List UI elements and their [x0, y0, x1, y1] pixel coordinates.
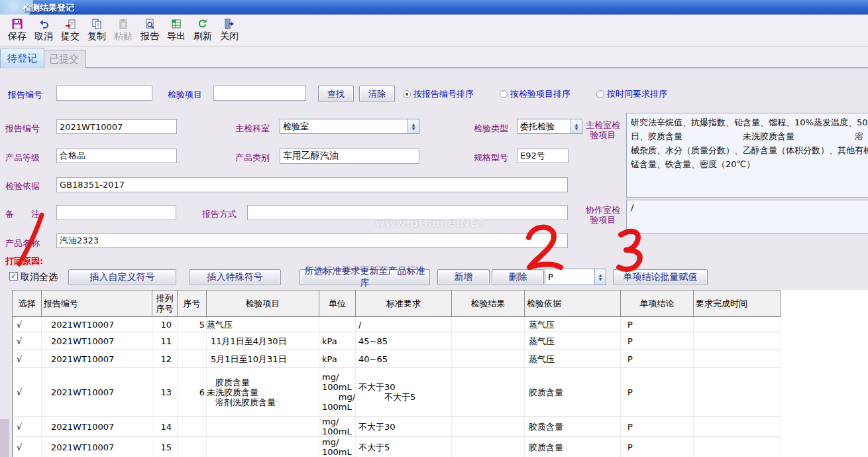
table-row[interactable]: √ 2021WT10007 12 5月1日至10月31日 kPa 40~65 蒸…: [13, 350, 781, 368]
submit-icon: [65, 17, 76, 30]
find-button[interactable]: 查找: [318, 86, 354, 102]
undo-button[interactable]: 取消: [30, 17, 57, 45]
export-button[interactable]: 导出: [163, 17, 190, 45]
product-grade-label: 产品等级: [5, 152, 40, 164]
cell-select[interactable]: √: [13, 332, 42, 350]
col-standard: 标准要求: [356, 291, 452, 317]
clear-button[interactable]: 清除: [359, 86, 395, 102]
table-row[interactable]: √ 2021WT10007 13 6 胶质含量 未洗胶质含量 溶剂洗胶质含量 m…: [13, 368, 781, 417]
copy-icon: [91, 17, 102, 30]
main-dept-label: 主检科室: [235, 123, 270, 135]
insert-custom-symbol-button[interactable]: 插入自定义符号: [68, 269, 176, 285]
close-icon: [224, 17, 235, 30]
col-report-no: 报告编号: [42, 291, 152, 317]
radio-icon: [596, 90, 604, 98]
toolbar: 保存 取消 提交 复制 粘贴 报告: [0, 15, 868, 46]
coop-lab-items-panel[interactable]: /: [626, 200, 868, 234]
search-item-input[interactable]: [213, 86, 306, 101]
col-item: 检验项目: [207, 291, 319, 317]
combo-spinner-icon[interactable]: ▲▼: [407, 119, 419, 133]
product-category-label: 产品类别: [235, 152, 270, 164]
close-button[interactable]: 关闭: [216, 17, 243, 45]
main-lab-items-panel[interactable]: 研究法辛烷值、抗爆指数、铅含量、馏程、10%蒸发温度、50%蒸 日、胶质含量 未…: [626, 113, 868, 198]
paste-icon: [118, 17, 129, 30]
combo-spinner-icon[interactable]: ▲▼: [594, 269, 606, 285]
undo-icon: [38, 17, 49, 30]
table-row[interactable]: √ 2021WT10007 15 mg/ 100mL 不大于5 胶质含量 P: [13, 437, 781, 457]
scrollbar-corner: [0, 419, 9, 457]
conclusion-combo[interactable]: P ▲▼: [545, 269, 606, 285]
table-row[interactable]: √ 2021WT10007 14 mg/ 100mL 不大于30 胶质含量 P: [13, 417, 781, 437]
grid-header-row: 选择 报告编号 排列序号 序号 检验项目 单位 标准要求 检验结果 检验依据 单…: [13, 291, 781, 317]
report-icon: [144, 17, 155, 30]
cell-select[interactable]: √: [13, 417, 42, 437]
remark-field[interactable]: [56, 205, 176, 220]
col-seq-no: 序号: [178, 291, 207, 317]
table-row[interactable]: √ 2021WT10007 10 5 蒸气压 / 蒸气压 P: [13, 317, 781, 332]
search-item-label: 检验项目: [168, 89, 202, 101]
spec-model-field[interactable]: [517, 149, 569, 163]
product-name-field[interactable]: [56, 233, 568, 248]
uncheck-all-checkbox[interactable]: ✓: [9, 272, 18, 281]
inspect-type-combo[interactable]: 委托检验 ▲▼: [517, 119, 582, 134]
watermark: www.pHome.NET: [375, 217, 486, 229]
report-no-label: 报告编号: [5, 123, 40, 135]
product-grade-field[interactable]: [56, 149, 177, 163]
radio-icon: [500, 90, 508, 98]
tab-submitted[interactable]: 已提交: [42, 50, 86, 68]
refresh-button[interactable]: 刷新: [190, 17, 216, 45]
radio-icon: [403, 90, 411, 98]
batch-assign-button[interactable]: 单项结论批量赋值: [613, 269, 708, 285]
col-order-no: 排列序号: [152, 291, 178, 317]
update-standard-button[interactable]: 所选标准要求更新至产品标准库: [299, 269, 430, 285]
add-row-button[interactable]: 新增: [437, 269, 490, 285]
col-due-time: 要求完成时间: [694, 291, 781, 317]
copy-button[interactable]: 复制: [83, 17, 110, 45]
report-button[interactable]: 报告: [136, 17, 163, 45]
export-icon: [171, 17, 182, 30]
report-method-label: 报告方式: [202, 208, 237, 220]
cell-select[interactable]: √: [13, 317, 42, 332]
cell-select[interactable]: √: [13, 368, 42, 417]
uncheck-all-label: 取消全选: [21, 271, 58, 283]
results-grid: 选择 报告编号 排列序号 序号 检验项目 单位 标准要求 检验结果 检验依据 单…: [12, 290, 868, 457]
app-window: 检测结果登记 保存 取消 提交 复制 粘贴: [0, 0, 868, 457]
tab-strip: 待登记 已提交: [0, 46, 868, 68]
table-row[interactable]: √ 2021WT10007 11 11月1日至4月30日 kPa 45~85 蒸…: [13, 332, 781, 350]
reject-reason-label: 打回原因:: [5, 255, 43, 267]
remark-label: 备 注: [5, 208, 40, 220]
sort-by-item-radio[interactable]: 按检验项目排序: [500, 88, 570, 100]
col-basis: 检验依据: [525, 291, 621, 317]
col-conclusion: 单项结论: [621, 291, 694, 317]
title-bar: 检测结果登记: [0, 0, 868, 15]
tab-pending[interactable]: 待登记: [0, 48, 44, 68]
red-mark-3: [619, 231, 640, 269]
window-title: 检测结果登记: [23, 2, 74, 14]
report-no-field[interactable]: [56, 119, 177, 134]
product-name-label: 产品名称: [5, 237, 40, 249]
col-select: 选择: [13, 291, 42, 317]
col-unit: 单位: [319, 291, 356, 317]
inspect-basis-label: 检验依据: [5, 180, 40, 192]
inspect-basis-field[interactable]: [56, 177, 568, 192]
main-lab-items-label: 主检室检 验项目: [582, 120, 624, 140]
save-icon: [12, 17, 23, 30]
main-dept-combo[interactable]: 检验室 ▲▼: [280, 119, 419, 134]
inspect-type-label: 检验类型: [474, 123, 508, 135]
refresh-icon: [197, 17, 208, 30]
combo-spinner-icon[interactable]: ▲▼: [570, 119, 582, 133]
sort-by-time-radio[interactable]: 按时间要求排序: [596, 88, 667, 100]
submit-button[interactable]: 提交: [57, 17, 83, 45]
col-result: 检验结果: [452, 291, 525, 317]
cell-select[interactable]: √: [13, 350, 42, 368]
cell-select[interactable]: √: [13, 437, 42, 457]
delete-row-button[interactable]: 删除: [492, 269, 544, 285]
paste-button: 粘贴: [110, 17, 136, 45]
sort-by-report-no-radio[interactable]: 按报告编号排序: [403, 88, 474, 100]
insert-special-symbol-button[interactable]: 插入特殊符号: [189, 269, 281, 285]
coop-lab-items-label: 协作室检 验项目: [582, 205, 624, 225]
spec-model-label: 规格型号: [474, 152, 508, 164]
search-report-no-input[interactable]: [56, 86, 152, 101]
product-category-field[interactable]: [280, 148, 419, 164]
save-button[interactable]: 保存: [4, 17, 30, 45]
